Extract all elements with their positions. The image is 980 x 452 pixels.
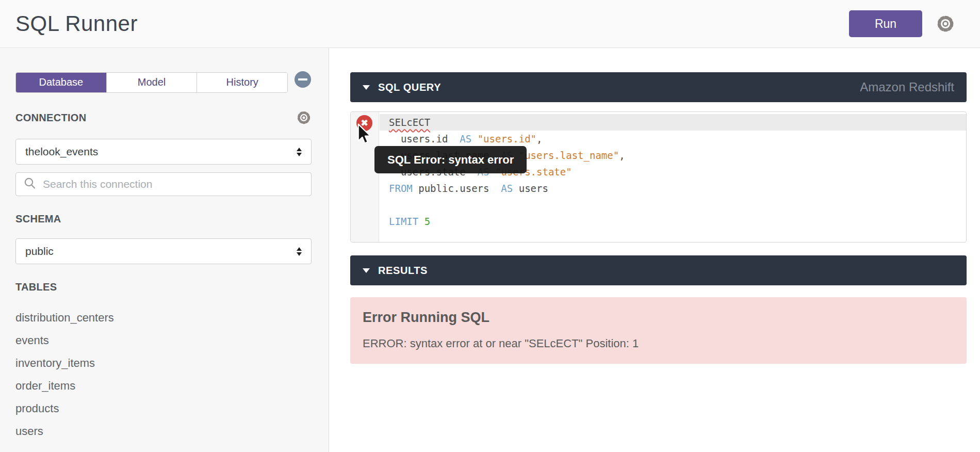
select-updown-icon (297, 148, 302, 156)
schema-select[interactable]: public (15, 238, 312, 264)
top-bar: SQL Runner Run (0, 0, 980, 48)
sql-editor[interactable]: ✖ SELcECT users.id AS "users.id", users.… (350, 111, 967, 243)
connection-gear-icon[interactable] (296, 110, 312, 125)
top-bar-actions: Run (849, 10, 955, 37)
table-list-item[interactable]: order_items (15, 375, 312, 397)
collapse-sidebar-button[interactable] (295, 71, 311, 88)
sidebar: DatabaseModelHistory CONNECTION thelook_… (0, 48, 329, 452)
table-list-item[interactable]: users (15, 420, 312, 443)
mouse-cursor-icon (356, 123, 372, 145)
table-list-item[interactable]: events (15, 329, 312, 352)
schema-heading: SCHEMA (15, 213, 61, 225)
tables-heading: TABLES (15, 281, 57, 293)
results-panel-header[interactable]: RESULTS (350, 255, 967, 285)
table-list-item[interactable]: products (15, 397, 312, 420)
sidebar-tab-history[interactable]: History (197, 73, 287, 92)
editor-gutter: ✖ (351, 112, 379, 242)
select-updown-icon (297, 247, 302, 256)
table-list-item[interactable]: distribution_centers (15, 306, 312, 329)
main-content: SQL QUERY Amazon Redshift ✖ SELcECT user… (329, 48, 980, 452)
connection-search[interactable] (15, 172, 312, 196)
error-heading: Error Running SQL (363, 310, 954, 326)
connection-heading: CONNECTION (15, 112, 86, 124)
code-line[interactable]: SELcECT (380, 114, 966, 131)
table-list: distribution_centerseventsinventory_item… (15, 306, 312, 443)
sql-error-box: Error Running SQL ERROR: syntax error at… (350, 297, 967, 364)
chevron-down-icon (363, 268, 370, 273)
sidebar-tab-group: DatabaseModelHistory (15, 72, 288, 93)
sql-query-panel-header[interactable]: SQL QUERY Amazon Redshift (350, 72, 967, 102)
settings-gear-icon[interactable] (936, 14, 955, 34)
search-icon (23, 176, 37, 192)
table-list-item[interactable]: inventory_items (15, 352, 312, 375)
error-message: ERROR: syntax error at or near "SELcECT"… (363, 337, 954, 350)
sidebar-tabs-row: DatabaseModelHistory (15, 72, 312, 93)
search-input[interactable] (43, 178, 304, 190)
run-button[interactable]: Run (849, 10, 922, 37)
connection-select[interactable]: thelook_events (15, 139, 312, 165)
code-line[interactable]: users.id AS "users.id", (380, 131, 966, 147)
dialect-label: Amazon Redshift (860, 80, 954, 94)
sql-error-tooltip: SQL Error: syntax error (374, 146, 527, 173)
sidebar-tab-database[interactable]: Database (16, 73, 106, 92)
schema-select-value: public (25, 245, 54, 257)
page-title: SQL Runner (15, 11, 138, 36)
code-line[interactable]: LIMIT 5 (380, 213, 966, 230)
code-line[interactable] (380, 197, 966, 213)
chevron-down-icon (363, 85, 370, 90)
results-panel-title: RESULTS (378, 265, 428, 277)
sql-query-panel-title: SQL QUERY (378, 82, 441, 93)
code-line[interactable]: FROM public.users AS users (380, 180, 966, 197)
connection-select-value: thelook_events (25, 146, 98, 158)
sidebar-tab-model[interactable]: Model (106, 73, 197, 92)
